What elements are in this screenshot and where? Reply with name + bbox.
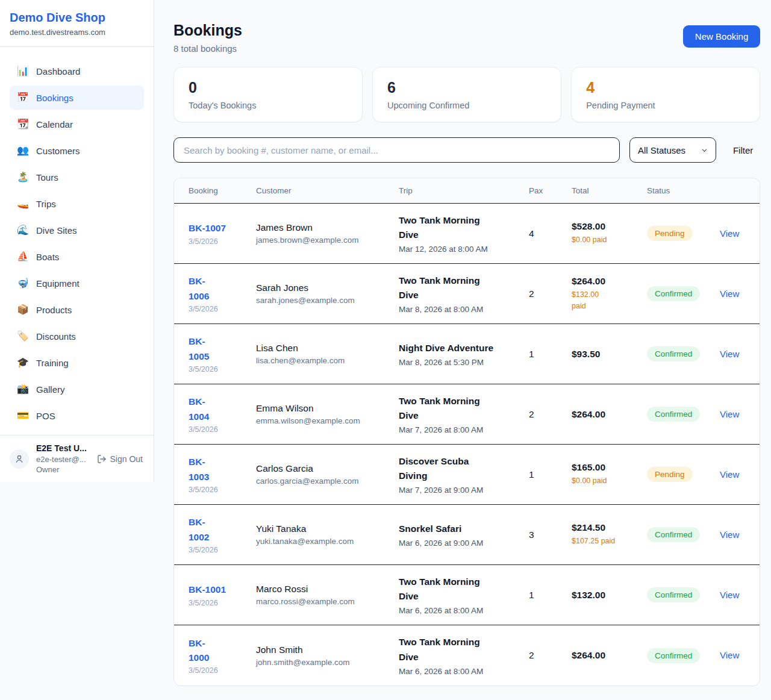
booking-number-link[interactable]: BK- 1006 xyxy=(189,274,209,303)
status-badge: Confirmed xyxy=(647,587,700,602)
sidebar-item-label: Equipment xyxy=(36,278,80,289)
sidebar-item-discounts[interactable]: 🏷️ Discounts xyxy=(10,324,144,348)
sidebar-item-label: Tours xyxy=(36,172,58,183)
booking-number-link[interactable]: BK- 1003 xyxy=(189,455,209,484)
sidebar-item-tours[interactable]: 🏝️ Tours xyxy=(10,165,144,189)
total-amount: $528.00 xyxy=(572,221,641,232)
sidebar-item-pos[interactable]: 💳 POS xyxy=(10,404,144,428)
sidebar-item-trips[interactable]: 🚤 Trips xyxy=(10,192,144,216)
sidebar-item-training[interactable]: 🎓 Training xyxy=(10,351,144,375)
page-header: Bookings 8 total bookings New Booking xyxy=(173,22,760,54)
trip-datetime: Mar 8, 2026 at 5:30 PM xyxy=(399,358,523,367)
sidebar-item-customers[interactable]: 👥 Customers xyxy=(10,139,144,163)
booking-date: 3/5/2026 xyxy=(189,365,250,373)
stat-label: Pending Payment xyxy=(586,101,745,110)
dashboard-icon: 📊 xyxy=(17,66,29,76)
user-email: e2e-tester@... xyxy=(36,455,86,464)
column-header: Customer xyxy=(256,186,399,195)
trip-datetime: Mar 6, 2026 at 8:00 AM xyxy=(399,606,523,615)
customer-email: sarah.jones@example.com xyxy=(256,296,393,305)
view-link[interactable]: View xyxy=(720,590,739,600)
booking-number-link[interactable]: BK- 1005 xyxy=(189,334,209,363)
total-amount: $93.50 xyxy=(572,349,641,360)
booking-date: 3/5/2026 xyxy=(189,237,250,246)
sidebar-item-label: Training xyxy=(36,358,69,368)
status-badge: Confirmed xyxy=(647,527,700,542)
customer-email: james.brown@example.com xyxy=(256,236,393,245)
booking-number-link[interactable]: BK-1001 xyxy=(189,583,226,597)
stat-label: Today's Bookings xyxy=(189,101,348,110)
sidebar-item-equipment[interactable]: 🤿 Equipment xyxy=(10,271,144,295)
sidebar-item-label: Discounts xyxy=(36,331,76,342)
view-link[interactable]: View xyxy=(720,650,739,660)
customer-email: marco.rossi@example.com xyxy=(256,597,393,606)
customer-name: John Smith xyxy=(256,645,393,655)
customer-name: Marco Rossi xyxy=(256,584,393,595)
table-row: BK- 1005 3/5/2026 Lisa Chen lisa.chen@ex… xyxy=(174,324,760,384)
pax-count: 1 xyxy=(529,590,572,601)
paid-amount: $132.00 paid xyxy=(572,289,641,311)
pax-count: 1 xyxy=(529,469,572,480)
total-amount: $214.50 xyxy=(572,522,641,533)
booking-date: 3/5/2026 xyxy=(189,486,250,494)
sidebar-item-label: Calendar xyxy=(36,119,73,130)
table-row: BK- 1004 3/5/2026 Emma Wilson emma.wilso… xyxy=(174,384,760,445)
view-link[interactable]: View xyxy=(720,409,739,419)
booking-number-link[interactable]: BK-1007 xyxy=(189,221,226,236)
view-link[interactable]: View xyxy=(720,289,739,299)
boats-icon: ⛵ xyxy=(17,252,29,261)
table-row: BK- 1006 3/5/2026 Sarah Jones sarah.jone… xyxy=(174,264,760,324)
view-link[interactable]: View xyxy=(720,349,739,359)
sidebar-nav: 📊 Dashboard 📅 Bookings 📆 Calendar 👥 Cust… xyxy=(0,47,154,435)
booking-date: 3/5/2026 xyxy=(189,599,250,607)
trip-datetime: Mar 8, 2026 at 8:00 AM xyxy=(399,305,523,314)
trip-name: Two Tank Morning Dive xyxy=(399,273,523,302)
sign-out-button[interactable]: Sign Out xyxy=(96,454,144,464)
status-filter-select[interactable]: All Statuses xyxy=(629,137,716,163)
view-link[interactable]: View xyxy=(720,228,739,239)
sidebar-item-boats[interactable]: ⛵ Boats xyxy=(10,245,144,269)
customer-email: john.smith@example.com xyxy=(256,658,393,667)
new-booking-button[interactable]: New Booking xyxy=(683,25,760,48)
app-root: Demo Dive Shop demo.test.divestreams.com… xyxy=(0,0,771,700)
trip-datetime: Mar 7, 2026 at 9:00 AM xyxy=(399,486,523,495)
sidebar-item-label: Trips xyxy=(36,199,56,209)
sidebar-item-gallery[interactable]: 📸 Gallery xyxy=(10,377,144,401)
main-content: Bookings 8 total bookings New Booking 0 … xyxy=(154,0,771,700)
booking-number-link[interactable]: BK- 1002 xyxy=(189,515,209,544)
pax-count: 2 xyxy=(529,409,572,420)
sidebar-item-products[interactable]: 📦 Products xyxy=(10,298,144,322)
sidebar-item-label: Dashboard xyxy=(36,66,80,77)
customer-email: lisa.chen@example.com xyxy=(256,356,393,365)
sidebar-item-label: Customers xyxy=(36,146,80,156)
booking-number-link[interactable]: BK- 1004 xyxy=(189,395,209,423)
brand-name[interactable]: Demo Dive Shop xyxy=(10,11,144,25)
products-icon: 📦 xyxy=(17,305,29,314)
booking-number-link[interactable]: BK- 1000 xyxy=(189,636,209,665)
sidebar-item-bookings[interactable]: 📅 Bookings xyxy=(10,86,144,110)
sidebar-item-calendar[interactable]: 📆 Calendar xyxy=(10,112,144,136)
trip-name: Snorkel Safari xyxy=(399,522,523,536)
sidebar-item-dashboard[interactable]: 📊 Dashboard xyxy=(10,59,144,83)
table-row: BK- 1000 3/5/2026 John Smith john.smith@… xyxy=(174,625,760,686)
filter-button[interactable]: Filter xyxy=(726,145,760,155)
customer-email: emma.wilson@example.com xyxy=(256,416,393,425)
filter-row: All Statuses Filter xyxy=(173,137,760,163)
view-link[interactable]: View xyxy=(720,469,739,480)
view-link[interactable]: View xyxy=(720,530,739,540)
sidebar-item-dive-sites[interactable]: 🌊 Dive Sites xyxy=(10,218,144,242)
bookings-table: BookingCustomerTripPaxTotalStatus BK-100… xyxy=(173,178,760,686)
column-header: Status xyxy=(647,186,720,195)
status-filter-value: All Statuses xyxy=(638,145,685,155)
search-input[interactable] xyxy=(173,137,620,163)
trip-datetime: Mar 12, 2026 at 8:00 AM xyxy=(399,245,523,254)
column-header: Booking xyxy=(189,186,256,195)
brand: Demo Dive Shop demo.test.divestreams.com xyxy=(0,0,154,47)
paid-amount: $0.00 paid xyxy=(572,234,641,245)
total-amount: $132.00 xyxy=(572,590,641,601)
total-amount: $264.00 xyxy=(572,276,641,287)
customer-email: yuki.tanaka@example.com xyxy=(256,537,393,546)
table-body: BK-1007 3/5/2026 James Brown james.brown… xyxy=(174,204,760,686)
sidebar: Demo Dive Shop demo.test.divestreams.com… xyxy=(0,0,154,482)
stats-row: 0 Today's Bookings 6 Upcoming Confirmed … xyxy=(173,67,760,122)
